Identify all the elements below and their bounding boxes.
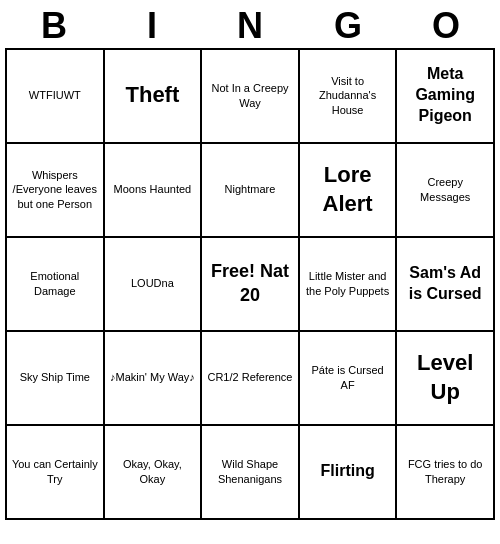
header-letter: B: [5, 4, 103, 48]
cell-r1-c3: Lore Alert: [300, 144, 398, 238]
cell-r0-c3: Visit to Zhudanna's House: [300, 50, 398, 144]
cell-r2-c2: Free! Nat 20: [202, 238, 300, 332]
cell-r4-c0: You can Certainly Try: [7, 426, 105, 520]
cell-r1-c2: Nightmare: [202, 144, 300, 238]
cell-r0-c4: Meta Gaming Pigeon: [397, 50, 495, 144]
cell-r4-c2: Wild Shape Shenanigans: [202, 426, 300, 520]
cell-r0-c2: Not In a Creepy Way: [202, 50, 300, 144]
header-letter: N: [201, 4, 299, 48]
cell-r3-c4: Level Up: [397, 332, 495, 426]
bingo-header: BINGO: [5, 4, 495, 48]
cell-r4-c3: Flirting: [300, 426, 398, 520]
cell-r3-c1: ♪Makin' My Way♪: [105, 332, 203, 426]
cell-r0-c1: Theft: [105, 50, 203, 144]
cell-r3-c2: CR1/2 Reference: [202, 332, 300, 426]
cell-r2-c3: Little Mister and the Poly Puppets: [300, 238, 398, 332]
cell-r0-c0: WTFIUWT: [7, 50, 105, 144]
cell-r2-c1: LOUDna: [105, 238, 203, 332]
header-letter: O: [397, 4, 495, 48]
cell-r3-c0: Sky Ship Time: [7, 332, 105, 426]
bingo-card: BINGO WTFIUWTTheftNot In a Creepy WayVis…: [5, 4, 495, 520]
cell-r3-c3: Páte is Cursed AF: [300, 332, 398, 426]
cell-r2-c0: Emotional Damage: [7, 238, 105, 332]
cell-r4-c4: FCG tries to do Therapy: [397, 426, 495, 520]
cell-r4-c1: Okay, Okay, Okay: [105, 426, 203, 520]
cell-r1-c1: Moons Haunted: [105, 144, 203, 238]
header-letter: G: [299, 4, 397, 48]
cell-r1-c0: Whispers /Everyone leaves but one Person: [7, 144, 105, 238]
cell-r1-c4: Creepy Messages: [397, 144, 495, 238]
header-letter: I: [103, 4, 201, 48]
cell-r2-c4: Sam's Ad is Cursed: [397, 238, 495, 332]
bingo-grid: WTFIUWTTheftNot In a Creepy WayVisit to …: [5, 48, 495, 520]
